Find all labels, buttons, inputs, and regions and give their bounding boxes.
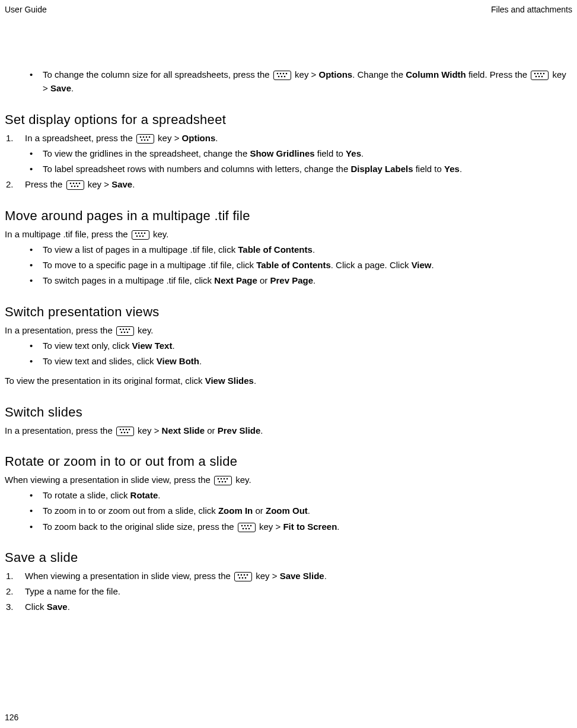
text: key > [253, 571, 280, 581]
step-number: 2. [6, 584, 14, 598]
svg-point-36 [123, 328, 125, 330]
svg-point-56 [241, 524, 243, 526]
text: field. Press the [466, 69, 530, 80]
svg-point-19 [144, 139, 146, 141]
text: . [361, 148, 364, 158]
svg-point-39 [121, 331, 123, 333]
text: In a spreadsheet, press the [25, 133, 135, 143]
sec6-s2: 2. Type a name for the file. [5, 584, 572, 598]
text: . [172, 341, 174, 351]
svg-point-66 [247, 574, 248, 576]
svg-point-63 [238, 574, 240, 576]
text: or [253, 506, 266, 516]
text: key. [233, 475, 251, 485]
svg-point-54 [222, 481, 224, 482]
text: To switch pages in a multipage .tif file… [43, 275, 214, 285]
text: key. [135, 325, 154, 335]
text: To view a list of pages in a multipage .… [43, 244, 238, 255]
page-header: User Guide Files and attachments [5, 5, 572, 14]
svg-point-26 [74, 186, 75, 187]
svg-point-55 [225, 481, 227, 482]
bold-view-slides: View Slides [205, 376, 254, 386]
bold-toc: Table of Contents [238, 244, 313, 255]
svg-point-41 [127, 331, 129, 333]
menu-key-icon [116, 326, 134, 336]
svg-point-44 [126, 428, 127, 430]
svg-point-18 [141, 139, 143, 141]
sec3-b2: To view text and slides, click View Both… [30, 354, 572, 368]
text: To zoom in to or zoom out from a slide, … [43, 506, 218, 516]
intro-bullet: To change the column size for all spread… [30, 68, 572, 96]
menu-key-icon [531, 71, 549, 80]
svg-point-38 [129, 328, 130, 330]
heading-set-display-options: Set display options for a spreadsheet [5, 112, 572, 128]
sec6-s3: 3. Click Save. [5, 600, 572, 613]
text: . [215, 133, 218, 143]
sec3-intro: In a presentation, press the key. [5, 323, 572, 337]
svg-point-53 [219, 481, 221, 482]
bold-display-labels: Display Labels [350, 164, 413, 174]
menu-key-icon [238, 523, 256, 532]
svg-point-51 [224, 478, 225, 479]
bold-yes: Yes [346, 148, 361, 158]
text: . [71, 83, 74, 93]
svg-point-25 [71, 186, 72, 187]
svg-point-1 [280, 73, 282, 75]
step-number: 3. [6, 600, 14, 613]
bold-next-page: Next Page [214, 275, 257, 285]
bold-zoom-out: Zoom Out [266, 506, 308, 516]
heading-save-slide: Save a slide [5, 550, 572, 565]
bold-prev-page: Prev Page [270, 275, 314, 285]
menu-key-icon [234, 572, 252, 581]
bold-zoom-in: Zoom In [218, 506, 253, 516]
svg-point-20 [147, 139, 149, 141]
svg-point-46 [121, 431, 123, 433]
step-number: 2. [6, 177, 14, 191]
svg-point-6 [284, 76, 286, 78]
svg-point-29 [138, 232, 139, 234]
menu-key-icon [273, 71, 291, 80]
svg-point-68 [242, 577, 244, 578]
page-content: To change the column size for all spread… [5, 68, 572, 614]
svg-point-62 [248, 527, 250, 529]
text: To view the gridlines in the spreadsheet… [43, 148, 250, 158]
svg-point-21 [69, 183, 71, 185]
bold-view-text: View Text [132, 341, 173, 351]
bold-next-slide: Next Slide [162, 425, 205, 435]
text: To label spreadsheet rows with numbers a… [43, 164, 350, 174]
text: field to [413, 164, 445, 174]
heading-switch-slides: Switch slides [5, 405, 572, 420]
heading-rotate-zoom: Rotate or zoom in to or out from a slide [5, 454, 572, 469]
step-number: 1. [6, 569, 14, 583]
svg-point-28 [135, 232, 136, 234]
sec2-b1: To view a list of pages in a multipage .… [30, 243, 572, 256]
sec2-bullets: To view a list of pages in a multipage .… [5, 243, 572, 288]
text: . [158, 490, 160, 500]
sec2-intro: In a multipage .tif file, press the key. [5, 227, 572, 241]
svg-point-34 [142, 235, 144, 237]
svg-point-37 [126, 328, 127, 330]
text: To zoom back to the original slide size,… [43, 522, 237, 532]
sec6-s1: 1. When viewing a presentation in slide … [5, 569, 572, 583]
text: When viewing a presentation in slide vie… [5, 475, 213, 485]
sec1-b2: To label spreadsheet rows with numbers a… [30, 162, 572, 176]
heading-move-tif: Move around pages in a multipage .tif fi… [5, 208, 572, 224]
sec3-outro: To view the presentation in its original… [5, 374, 572, 387]
svg-point-50 [221, 478, 222, 479]
text: key > [85, 179, 112, 189]
bold-rotate: Rotate [130, 490, 158, 500]
sec2-b2: To move to a specific page in a multipag… [30, 258, 572, 272]
svg-point-40 [124, 331, 126, 333]
svg-point-0 [277, 73, 279, 75]
text: or [205, 425, 218, 435]
svg-point-64 [241, 574, 243, 576]
step-number: 1. [6, 131, 14, 145]
svg-point-30 [141, 232, 142, 234]
header-left: User Guide [5, 5, 47, 14]
text: key. [151, 229, 169, 239]
text: In a presentation, press the [5, 325, 115, 335]
sec5-intro: When viewing a presentation in slide vie… [5, 473, 572, 487]
bold-save-slide: Save Slide [280, 571, 324, 581]
svg-point-10 [543, 73, 545, 75]
svg-point-67 [239, 577, 241, 578]
